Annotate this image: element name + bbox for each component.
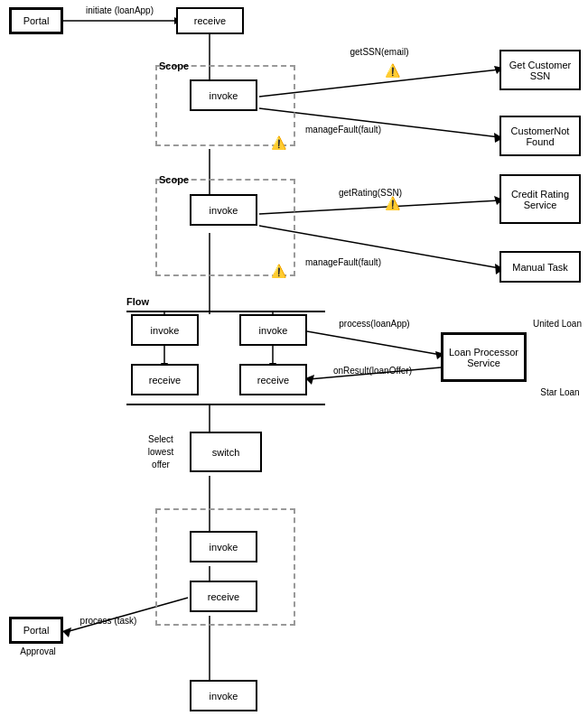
get-customer-ssn-box: Get Customer SSN bbox=[499, 50, 581, 90]
portal2-label: Portal bbox=[23, 625, 50, 636]
receive2-label: receive bbox=[149, 375, 181, 386]
invoke3-label: invoke bbox=[151, 325, 180, 336]
select-lowest-label: Selectlowestoffer bbox=[134, 433, 188, 471]
svg-line-21 bbox=[307, 331, 441, 355]
invoke6-label: invoke bbox=[210, 691, 238, 702]
manual-task-label: Manual Task bbox=[512, 262, 568, 273]
process-task-label: process (task) bbox=[63, 616, 154, 626]
loan-processor-box: Loan Processor Service bbox=[441, 332, 527, 382]
receive1-box: receive bbox=[176, 7, 244, 34]
united-loan-label: United Loan bbox=[530, 318, 584, 330]
warning3-icon: ⚠️ bbox=[383, 194, 401, 212]
invoke5-box: invoke bbox=[190, 531, 257, 562]
warning2-icon: ⚠️ bbox=[269, 134, 287, 152]
approval-label: Approval bbox=[11, 646, 65, 656]
invoke4-box: invoke bbox=[239, 314, 307, 346]
scope1-label: Scope bbox=[159, 60, 189, 71]
managefault2-label: manageFault(fault) bbox=[275, 257, 411, 267]
invoke6-box: invoke bbox=[190, 680, 257, 711]
warning1-icon: ⚠️ bbox=[383, 61, 401, 79]
receive3-label: receive bbox=[257, 375, 289, 386]
svg-marker-33 bbox=[62, 627, 71, 637]
switch1-label: switch bbox=[212, 447, 240, 458]
scope2-label: Scope bbox=[159, 174, 189, 185]
invoke1-label: invoke bbox=[210, 90, 238, 101]
portal1-label: Portal bbox=[23, 15, 50, 26]
invoke2-label: invoke bbox=[210, 205, 238, 216]
diagram-container: Portal receive initiate (loanApp) Scope … bbox=[0, 0, 588, 725]
loan-processor-label: Loan Processor Service bbox=[443, 347, 524, 368]
receive1-label: receive bbox=[194, 15, 226, 26]
invoke3-box: invoke bbox=[131, 314, 199, 346]
invoke1-box: invoke bbox=[190, 79, 257, 111]
portal1-box: Portal bbox=[9, 7, 63, 34]
process-loan-label: process(loanApp) bbox=[309, 319, 440, 329]
customer-not-found-box: CustomerNot Found bbox=[499, 116, 581, 156]
getrating-label: getRating(SSN) bbox=[312, 188, 429, 198]
getssn-label: getSSN(email) bbox=[325, 47, 434, 57]
flow-label: Flow bbox=[126, 296, 149, 307]
star-loan-label: Star Loan bbox=[533, 386, 587, 398]
invoke2-box: invoke bbox=[190, 194, 257, 226]
managefault1-label: manageFault(fault) bbox=[275, 125, 411, 135]
receive4-box: receive bbox=[190, 581, 257, 612]
receive3-box: receive bbox=[239, 364, 307, 395]
invoke5-label: invoke bbox=[210, 542, 238, 553]
customer-not-found-label: CustomerNot Found bbox=[501, 125, 579, 147]
onresult-label: onResult(loanOffer) bbox=[307, 366, 438, 376]
warning4-icon: ⚠️ bbox=[269, 262, 287, 280]
receive4-label: receive bbox=[208, 591, 239, 602]
credit-rating-label: Credit Rating Service bbox=[501, 189, 579, 210]
invoke4-label: invoke bbox=[259, 325, 288, 336]
switch1-box: switch bbox=[190, 432, 262, 472]
manual-task-box: Manual Task bbox=[499, 251, 581, 283]
credit-rating-box: Credit Rating Service bbox=[499, 174, 581, 224]
get-customer-ssn-label: Get Customer SSN bbox=[501, 60, 579, 81]
receive2-box: receive bbox=[131, 364, 199, 395]
portal2-box: Portal bbox=[9, 617, 63, 644]
initiate-label: initiate (loanApp) bbox=[68, 5, 172, 15]
